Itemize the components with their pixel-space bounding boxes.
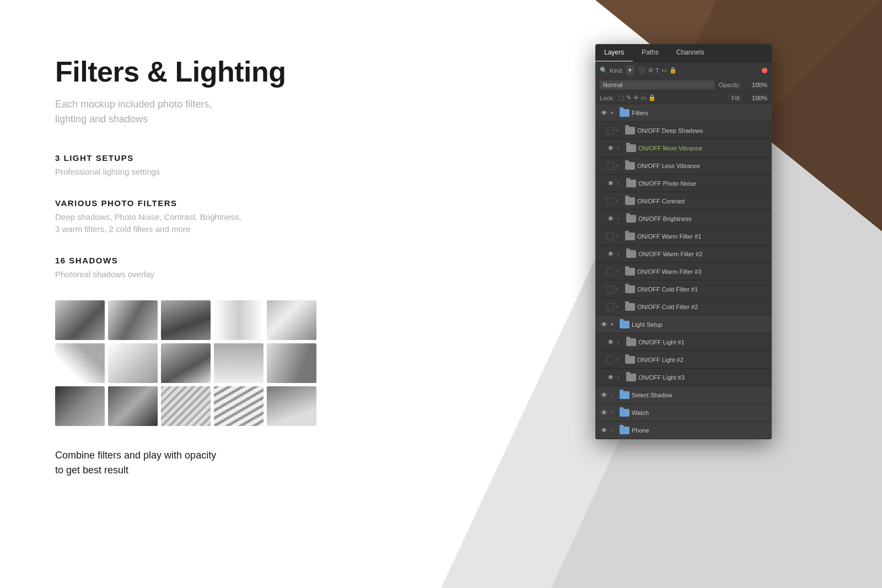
- expand-icon-filters[interactable]: ▾: [611, 110, 617, 116]
- layer-warm-filter-1[interactable]: › ON/OFF Warm Filter #1: [595, 228, 772, 245]
- lock-transparent-icon[interactable]: ⬚: [619, 94, 624, 101]
- expand-light-3[interactable]: ›: [617, 374, 624, 380]
- lock-image-icon[interactable]: ✎: [626, 94, 631, 101]
- layer-contrast[interactable]: › ON/OFF Contrast: [595, 192, 772, 210]
- pixel-filter-icon[interactable]: ⬛: [638, 67, 646, 74]
- layer-name-light-1: ON/OFF Light #1: [638, 339, 767, 346]
- eye-icon-light-1[interactable]: 👁: [606, 338, 615, 347]
- section-heading-1: 3 LIGHT SETUPS: [55, 153, 430, 163]
- kind-select[interactable]: ▾: [626, 66, 634, 75]
- checkbox-contrast[interactable]: [606, 197, 614, 205]
- expand-photo-noise[interactable]: ›: [617, 180, 624, 186]
- folder-photo-noise: [626, 180, 636, 187]
- layer-warm-filter-2[interactable]: 👁 › ON/OFF Warm Filter #2: [595, 245, 772, 263]
- layer-watch-group[interactable]: 👁 › Watch: [595, 404, 772, 422]
- bottom-text: Combine filters and play with opacityto …: [55, 448, 430, 478]
- layer-name-light-3: ON/OFF Light #3: [638, 374, 767, 381]
- layer-light-1[interactable]: 👁 › ON/OFF Light #1: [595, 333, 772, 351]
- checkbox-less-vibrance[interactable]: [606, 162, 614, 170]
- shadow-thumb-8: [161, 343, 211, 383]
- eye-icon-watch[interactable]: 👁: [600, 408, 609, 417]
- blend-mode-row: Normal Opacity: 100%: [595, 78, 772, 92]
- eye-icon-photo-noise[interactable]: 👁: [606, 179, 615, 188]
- layer-warm-filter-3[interactable]: › ON/OFF Warm Filter #3: [595, 263, 772, 280]
- layer-cold-filter-1[interactable]: › ON/OFF Cold Filter #1: [595, 280, 772, 298]
- expand-light-1[interactable]: ›: [617, 339, 624, 345]
- smart-filter-icon[interactable]: 🔒: [669, 67, 677, 74]
- shadow-thumb-14: [214, 386, 263, 426]
- shadow-thumb-6: [55, 343, 105, 383]
- shadow-thumb-4: [214, 300, 263, 340]
- layer-deep-shadows[interactable]: › ON/OFF Deep Shadows: [595, 122, 772, 139]
- section-desc-2: Deep shadows, Photo Noise, Contrast, Bri…: [55, 211, 430, 236]
- layer-photo-noise[interactable]: 👁 › ON/OFF Photo Noise: [595, 175, 772, 192]
- layer-brightness[interactable]: 👁 › ON/OFF Brightness: [595, 210, 772, 228]
- expand-light-2[interactable]: ›: [616, 357, 623, 363]
- tab-paths[interactable]: Paths: [633, 44, 668, 62]
- expand-warm-2[interactable]: ›: [617, 251, 624, 257]
- blend-mode-select[interactable]: Normal: [600, 80, 714, 89]
- adjust-filter-icon[interactable]: ⊘: [648, 67, 653, 74]
- eye-icon-light-3[interactable]: 👁: [606, 373, 615, 382]
- eye-icon-phone[interactable]: 👁: [600, 426, 609, 435]
- lock-artboard-icon[interactable]: ▭: [641, 94, 646, 101]
- checkbox-warm-3[interactable]: [606, 268, 614, 276]
- shape-filter-icon[interactable]: ▭: [662, 67, 667, 74]
- eye-icon-filters[interactable]: 👁: [600, 109, 609, 117]
- checkbox-light-2[interactable]: [606, 356, 614, 364]
- folder-light-2: [625, 356, 635, 364]
- checkbox-cold-1[interactable]: [606, 285, 614, 293]
- layer-light-setup-group[interactable]: 👁 ▾ Light Setup: [595, 316, 772, 333]
- checkbox-deep-shadows[interactable]: [606, 127, 614, 134]
- layer-name-warm-1: ON/OFF Warm Filter #1: [637, 233, 767, 240]
- section-desc-3: Photoreal shadows overlay: [55, 268, 430, 281]
- folder-less-vibrance: [625, 162, 635, 170]
- checkbox-cold-2[interactable]: [606, 303, 614, 311]
- eye-icon-select-shadow[interactable]: 👁: [600, 391, 609, 400]
- expand-select-shadow[interactable]: ›: [611, 392, 617, 398]
- lock-position-icon[interactable]: ✛: [633, 94, 638, 101]
- checkbox-warm-1[interactable]: [606, 233, 614, 240]
- tab-channels[interactable]: Channels: [668, 44, 713, 62]
- layer-more-vibrance[interactable]: 👁 › ON/OFF More Vibrance: [595, 139, 772, 157]
- layer-light-2[interactable]: › ON/OFF Light #2: [595, 351, 772, 369]
- shadow-thumb-7: [108, 343, 158, 383]
- layer-phone-group[interactable]: 👁 › Phone: [595, 422, 772, 439]
- expand-more-vibrance[interactable]: ›: [617, 145, 624, 151]
- expand-cold-1[interactable]: ›: [616, 286, 623, 292]
- layer-light-3[interactable]: 👁 › ON/OFF Light #3: [595, 369, 772, 386]
- opacity-value[interactable]: 100%: [745, 82, 767, 88]
- layer-name-deep-shadows: ON/OFF Deep Shadows: [637, 127, 767, 134]
- shadow-thumb-2: [108, 300, 158, 340]
- section-heading-3: 16 SHADOWS: [55, 256, 430, 265]
- layer-select-shadow-group[interactable]: 👁 › Select Shadow: [595, 386, 772, 404]
- shadow-thumb-15: [267, 386, 316, 426]
- expand-warm-3[interactable]: ›: [616, 268, 623, 274]
- folder-phone: [620, 427, 630, 434]
- expand-cold-2[interactable]: ›: [616, 304, 623, 310]
- layer-filters-group[interactable]: 👁 ▾ Filters: [595, 104, 772, 122]
- shadow-thumb-1: [55, 300, 105, 340]
- folder-warm-3: [625, 268, 635, 276]
- tab-layers[interactable]: Layers: [595, 44, 633, 62]
- fill-value[interactable]: 100%: [745, 95, 767, 101]
- expand-phone[interactable]: ›: [611, 427, 617, 433]
- lock-all-icon[interactable]: 🔒: [648, 94, 656, 101]
- expand-watch[interactable]: ›: [611, 409, 617, 416]
- eye-icon-warm-2[interactable]: 👁: [606, 250, 615, 258]
- lock-row: Lock: ⬚ ✎ ✛ ▭ 🔒 Fill: 100%: [595, 92, 772, 104]
- eye-icon-brightness[interactable]: 👁: [606, 214, 615, 223]
- type-filter-icon[interactable]: T: [655, 67, 659, 74]
- expand-less-vibrance[interactable]: ›: [616, 163, 623, 169]
- eye-icon-light-setup[interactable]: 👁: [600, 320, 609, 329]
- expand-icon-light-setup[interactable]: ▾: [611, 321, 617, 327]
- eye-icon-more-vibrance[interactable]: 👁: [606, 144, 615, 153]
- section-heading-2: VARIOUS PHOTO FILTERS: [55, 198, 430, 208]
- folder-icon-filters: [620, 109, 630, 117]
- layer-cold-filter-2[interactable]: › ON/OFF Cold Filter #2: [595, 298, 772, 316]
- expand-warm-1[interactable]: ›: [616, 233, 623, 239]
- expand-contrast[interactable]: ›: [616, 198, 623, 204]
- expand-deep-shadows[interactable]: ›: [616, 127, 623, 133]
- layer-less-vibrance[interactable]: › ON/OFF Less Vibrance: [595, 157, 772, 175]
- expand-brightness[interactable]: ›: [617, 215, 624, 222]
